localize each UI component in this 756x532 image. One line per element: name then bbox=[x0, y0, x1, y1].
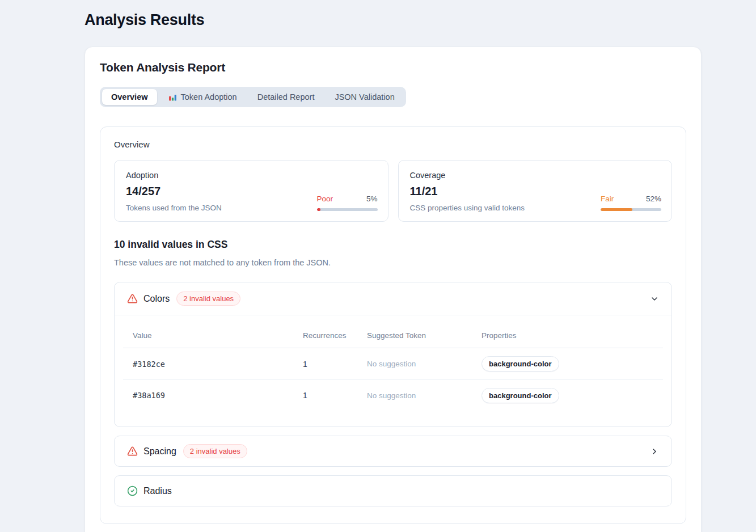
tab-overview[interactable]: Overview bbox=[102, 89, 157, 105]
warning-triangle-icon bbox=[127, 446, 138, 457]
coverage-rating: Fair bbox=[601, 195, 614, 203]
colors-table-header: Value Recurrences Suggested Token Proper… bbox=[123, 323, 663, 348]
row-suggestion: No suggestion bbox=[357, 391, 472, 400]
invalid-groups: Colors 2 invalid values Value Recurrence… bbox=[114, 282, 672, 506]
adoption-stat-card: Adoption 14/257 Tokens used from the JSO… bbox=[114, 160, 388, 222]
tab-overview-label: Overview bbox=[111, 92, 148, 102]
row-value: #38a169 bbox=[123, 391, 293, 400]
adoption-label: Adoption bbox=[126, 171, 222, 180]
col-properties: Properties bbox=[472, 331, 663, 340]
tab-json-validation[interactable]: JSON Validation bbox=[326, 89, 403, 105]
chevron-down-icon[interactable] bbox=[650, 294, 659, 303]
invalid-values-subheading: These values are not matched to any toke… bbox=[114, 258, 672, 267]
property-badge: background-color bbox=[482, 356, 559, 371]
adoption-progress-track bbox=[317, 208, 378, 211]
tab-detailed-report-label: Detailed Report bbox=[257, 92, 315, 102]
group-colors-header[interactable]: Colors 2 invalid values bbox=[115, 282, 671, 315]
overview-heading: Overview bbox=[114, 140, 672, 149]
coverage-progress-track bbox=[601, 208, 661, 211]
group-spacing-badge: 2 invalid values bbox=[183, 444, 247, 458]
check-circle-icon bbox=[127, 485, 138, 496]
coverage-description: CSS properties using valid tokens bbox=[410, 204, 525, 212]
tab-json-validation-label: JSON Validation bbox=[335, 92, 394, 102]
coverage-percent: 52% bbox=[646, 195, 661, 203]
adoption-progress-fill bbox=[317, 208, 320, 211]
group-spacing: Spacing 2 invalid values bbox=[114, 436, 672, 467]
table-row: #3182ce 1 No suggestion background-color bbox=[123, 348, 663, 379]
group-spacing-header[interactable]: Spacing 2 invalid values bbox=[115, 436, 671, 466]
adoption-rating: Poor bbox=[317, 195, 333, 203]
row-suggestion: No suggestion bbox=[357, 360, 472, 368]
adoption-description: Tokens used from the JSON bbox=[126, 204, 222, 212]
property-badge: background-color bbox=[482, 388, 559, 403]
coverage-progress-fill bbox=[601, 208, 632, 211]
coverage-stat-card: Coverage 11/21 CSS properties using vali… bbox=[398, 160, 673, 222]
adoption-progress: Poor 5% bbox=[317, 195, 378, 211]
row-recurrences: 1 bbox=[293, 391, 357, 400]
table-row: #38a169 1 No suggestion background-color bbox=[123, 379, 663, 411]
invalid-values-heading: 10 invalid values in CSS bbox=[114, 239, 672, 251]
group-radius-header[interactable]: Radius bbox=[115, 476, 671, 506]
adoption-percent: 5% bbox=[366, 195, 378, 203]
tab-token-adoption-label: Token Adoption bbox=[181, 92, 237, 102]
coverage-progress: Fair 52% bbox=[601, 195, 661, 211]
stats-row: Adoption 14/257 Tokens used from the JSO… bbox=[114, 160, 672, 222]
bar-chart-icon bbox=[168, 93, 177, 102]
adoption-value: 14/257 bbox=[126, 185, 222, 198]
group-radius: Radius bbox=[114, 475, 672, 506]
col-recurrences: Recurrences bbox=[293, 331, 357, 340]
row-value: #3182ce bbox=[123, 360, 293, 369]
col-suggested-token: Suggested Token bbox=[357, 331, 472, 340]
tab-token-adoption[interactable]: Token Adoption bbox=[159, 89, 246, 105]
col-value: Value bbox=[123, 331, 293, 340]
token-analysis-report-card: Token Analysis Report Overview Token Ado… bbox=[85, 47, 702, 532]
coverage-texts: Coverage 11/21 CSS properties using vali… bbox=[410, 171, 525, 212]
coverage-value: 11/21 bbox=[410, 185, 525, 198]
coverage-label: Coverage bbox=[410, 171, 525, 180]
group-spacing-name: Spacing bbox=[143, 446, 176, 457]
adoption-texts: Adoption 14/257 Tokens used from the JSO… bbox=[126, 171, 222, 212]
group-colors-badge: 2 invalid values bbox=[176, 292, 240, 306]
screen: Analysis Results Token Analysis Report O… bbox=[0, 0, 756, 532]
row-properties: background-color bbox=[472, 356, 663, 371]
page-title: Analysis Results bbox=[85, 11, 702, 29]
warning-triangle-icon bbox=[127, 293, 138, 304]
row-properties: background-color bbox=[472, 388, 663, 403]
report-title: Token Analysis Report bbox=[100, 61, 686, 74]
report-tabbar: Overview Token Adoption Detailed Report bbox=[100, 87, 406, 107]
tab-detailed-report[interactable]: Detailed Report bbox=[248, 89, 324, 105]
group-colors-name: Colors bbox=[143, 294, 170, 304]
group-radius-name: Radius bbox=[143, 486, 172, 496]
row-recurrences: 1 bbox=[293, 360, 357, 369]
chevron-right-icon[interactable] bbox=[650, 447, 659, 456]
group-colors: Colors 2 invalid values Value Recurrence… bbox=[114, 282, 672, 427]
overview-section: Overview Adoption 14/257 Tokens used fro… bbox=[100, 126, 686, 524]
colors-table: Value Recurrences Suggested Token Proper… bbox=[115, 315, 671, 427]
